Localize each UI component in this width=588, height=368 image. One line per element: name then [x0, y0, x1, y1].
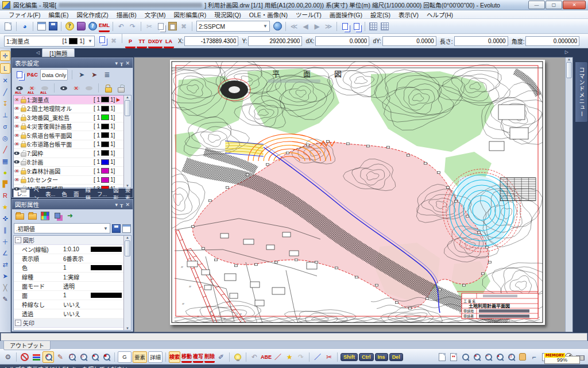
menu-item-12[interactable]: ヘルプ(H)	[423, 10, 457, 19]
zoom-in-icon[interactable]: +	[471, 352, 482, 362]
scroll-thumb[interactable]	[125, 240, 130, 256]
color-palette-icon[interactable]	[40, 210, 50, 221]
copy-drawing-icon[interactable]	[340, 21, 350, 32]
element-mode-button[interactable]: 要素	[133, 351, 147, 363]
delete-icon[interactable]: ✖	[179, 21, 189, 32]
layer-row[interactable]: 3:地番図_東松島[ 11]	[14, 113, 123, 122]
swap-tool-icon[interactable]: ⇄	[1, 260, 10, 269]
copy-part-icon[interactable]	[351, 21, 362, 32]
menu-item-6[interactable]: 現況図(Q)	[210, 10, 245, 19]
menu-item-5[interactable]: 図形編集(R)	[170, 10, 211, 19]
select-group-icon[interactable]: ✱	[101, 352, 111, 362]
select-plus-icon[interactable]: +	[42, 351, 54, 363]
view-corner-icon[interactable]: ⌐	[529, 352, 539, 362]
hide-all-icon[interactable]: ALL	[27, 83, 37, 93]
pick-show-icon[interactable]: ➤	[76, 70, 87, 80]
online-help-icon[interactable]	[87, 21, 98, 32]
layer-lock-toggle[interactable]	[20, 159, 26, 165]
panel-pin-icon[interactable]: ┰	[120, 60, 123, 66]
arrow-tool-icon[interactable]: ➤	[1, 271, 10, 281]
all-pc-icon[interactable]: P&C	[27, 70, 38, 80]
g-mode-button[interactable]: G	[118, 351, 131, 363]
property-row[interactable]: ペン(線幅)1:0.10	[14, 245, 123, 254]
coord-input[interactable]	[315, 36, 369, 46]
nav-back-icon[interactable]: ◀	[300, 21, 311, 32]
layer-visibility-toggle[interactable]	[14, 106, 20, 112]
open-preset-icon[interactable]	[14, 210, 25, 221]
data-only-icon[interactable]: Data Only	[40, 69, 68, 80]
property-row[interactable]: 面モード透明	[14, 282, 123, 291]
move-button[interactable]: 移動	[181, 351, 192, 363]
scroll-thumb[interactable]	[566, 62, 572, 78]
cut-element-icon[interactable]: ✂	[324, 352, 334, 362]
corner-fill-icon[interactable]: ▛	[1, 179, 10, 189]
new-document-icon[interactable]	[3, 21, 13, 32]
eyedropper-icon[interactable]: ✐	[216, 352, 226, 362]
manual-book-icon[interactable]	[76, 21, 86, 32]
search-button[interactable]: 検索	[169, 351, 180, 363]
layer-row[interactable]: 8:計画[ 11]	[14, 158, 123, 167]
lock-icon[interactable]	[103, 83, 113, 93]
layer-color-swatch[interactable]	[101, 168, 109, 174]
menu-item-8[interactable]: ツール(T)	[292, 10, 326, 19]
property-row[interactable]: 透過いいえ	[14, 309, 123, 319]
property-row[interactable]: 表示順6番表示	[14, 254, 123, 263]
layer-lock-toggle[interactable]	[20, 132, 26, 138]
layer-lock-toggle[interactable]	[20, 186, 26, 191]
grid-display-icon[interactable]	[368, 21, 378, 32]
menu-item-1[interactable]: 編集(E)	[44, 10, 72, 19]
key-ins[interactable]: Ins	[375, 353, 388, 361]
select-line-icon[interactable]: ✎	[55, 352, 65, 362]
drawing-canvas[interactable]: 〃〃〃〃〃〃〃平 面 図工 事 名土地利用計画平面図申請地申請者 ▲	[134, 57, 573, 332]
menu-item-10[interactable]: 設定(S)	[366, 10, 394, 19]
layer-row[interactable]: 6:市道路台帳平面[ 11]	[14, 140, 123, 150]
paste-icon[interactable]	[167, 21, 177, 32]
layer-row[interactable]: 1:測量点[ 11]▶	[14, 95, 123, 105]
scroll-up-icon[interactable]: ▲	[567, 57, 571, 61]
coord-la-icon[interactable]: LA	[164, 36, 174, 48]
property-row[interactable]: 線種1:実線	[14, 273, 123, 282]
collapse-icon[interactable]: −	[15, 320, 21, 326]
key-ctrl[interactable]: Ctrl	[359, 353, 374, 361]
menu-item-4[interactable]: 文字(M)	[141, 10, 170, 19]
undo2-icon[interactable]: ↶	[249, 352, 260, 362]
layer-copy-icon[interactable]	[52, 210, 63, 221]
pick-hide-icon[interactable]: ➤	[89, 70, 99, 80]
apply-arrow-icon[interactable]: ➜	[65, 210, 75, 221]
show-selected-icon[interactable]	[14, 70, 25, 80]
gray-all-icon[interactable]: ALL	[40, 83, 50, 93]
detail-mode-button[interactable]: 詳細	[148, 351, 163, 363]
grid-points-icon[interactable]: ▦	[1, 156, 10, 166]
close-button[interactable]: ✕	[563, 1, 586, 9]
zoom-icon[interactable]	[460, 352, 470, 362]
property-row[interactable]: 枠線なしいいえ	[14, 300, 123, 309]
select-rect-icon[interactable]: □	[67, 352, 77, 362]
lightbulb-icon[interactable]	[233, 352, 243, 362]
multiline-colors-icon[interactable]	[31, 352, 41, 362]
coord-tt-icon[interactable]: TT	[137, 36, 147, 48]
collapse-icon[interactable]: −	[15, 237, 21, 243]
panel-menu-icon[interactable]: ▾	[115, 202, 118, 208]
help-balloon-icon[interactable]	[64, 21, 75, 32]
layer-color-swatch[interactable]	[101, 150, 109, 156]
pen-tool-icon[interactable]: ✎	[1, 294, 10, 304]
display-tab-線種[interactable]: 線種	[82, 190, 94, 197]
display-tab-面[interactable]: 面	[71, 190, 82, 197]
layer-color-swatch[interactable]	[101, 114, 109, 120]
layer-row[interactable]: 7:図枠[ 11]	[14, 149, 123, 158]
key-shift[interactable]: Shift	[341, 353, 358, 361]
display-settings-list-icon[interactable]: ≣	[102, 70, 112, 80]
command-menu-tab[interactable]: コマンドメニュー	[575, 62, 588, 122]
layer-color-swatch[interactable]	[101, 124, 109, 129]
display-tab-表...[interactable]: 表...	[42, 190, 58, 197]
nav-forward-icon[interactable]: ▶	[312, 21, 322, 32]
select-star-icon[interactable]: ★	[90, 352, 100, 362]
layer-row[interactable]: 4:災害復興計画基[ 11]	[14, 122, 123, 132]
undo-icon[interactable]: ↶	[116, 21, 126, 32]
property-grid-scrollbar[interactable]: ▲ ▼	[123, 236, 131, 330]
layer-pages-icon[interactable]	[97, 34, 107, 45]
layer-lock-toggle[interactable]	[20, 114, 26, 120]
erase-tool-icon[interactable]: ✕	[1, 76, 10, 85]
layer-visibility-toggle[interactable]	[14, 141, 20, 147]
drop-point-icon[interactable]: ↧	[1, 99, 10, 108]
